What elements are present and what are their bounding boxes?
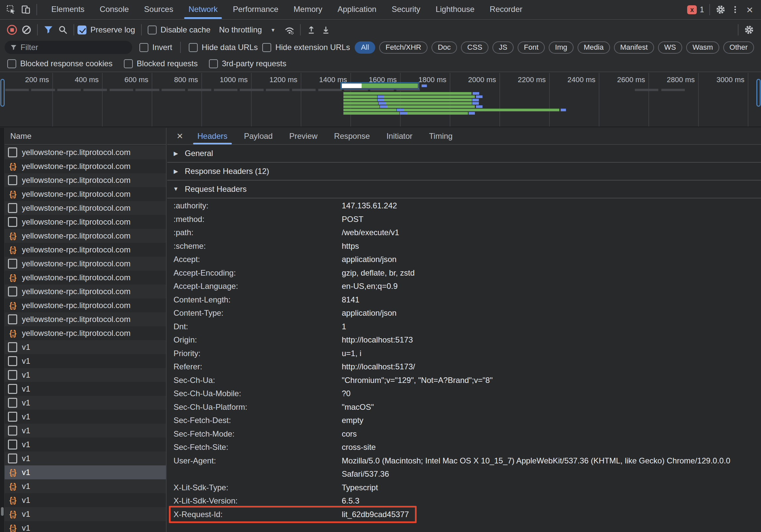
disable-cache-checkbox[interactable] — [148, 26, 157, 34]
device-toolbar-icon[interactable] — [19, 2, 33, 17]
blocked-requests-option[interactable]: Blocked requests — [124, 59, 198, 68]
request-row[interactable]: v1 — [5, 521, 166, 532]
request-row[interactable]: yellowstone-rpc.litprotocol.com — [5, 215, 166, 229]
request-row[interactable]: yellowstone-rpc.litprotocol.com — [5, 257, 166, 270]
type-filter-chip[interactable]: Fetch/XHR — [379, 41, 428, 54]
inspect-element-icon[interactable] — [4, 2, 19, 17]
request-row[interactable]: yellowstone-rpc.litprotocol.com — [5, 298, 166, 312]
clear-network-log-icon[interactable] — [19, 23, 34, 37]
main-tab[interactable]: Performance — [225, 0, 286, 19]
settings-gear-icon[interactable] — [713, 2, 728, 17]
request-row[interactable]: v1 — [5, 340, 166, 354]
main-tab[interactable]: Sources — [137, 0, 181, 19]
request-row[interactable]: yellowstone-rpc.litprotocol.com — [5, 159, 166, 173]
close-detail-icon[interactable]: × — [171, 128, 189, 145]
type-filter-chip[interactable]: CSS — [461, 41, 489, 54]
request-row[interactable]: yellowstone-rpc.litprotocol.com — [5, 173, 166, 187]
close-devtools-icon[interactable]: × — [742, 2, 757, 17]
type-filter-chip[interactable]: Doc — [432, 41, 457, 54]
console-error-badge[interactable]: x 1 — [687, 5, 704, 14]
invert-checkbox[interactable] — [140, 43, 148, 52]
search-icon[interactable] — [56, 23, 70, 37]
detail-tab[interactable]: Timing — [421, 128, 461, 145]
main-tab[interactable]: Lighthouse — [428, 0, 482, 19]
overview-left-grip[interactable] — [0, 79, 5, 107]
detail-tab[interactable]: Initiator — [378, 128, 421, 145]
type-filter-chip[interactable]: JS — [493, 41, 514, 54]
header-value: http://localhost:5173 — [342, 333, 761, 347]
blocked-cookies-checkbox[interactable] — [7, 59, 16, 68]
main-tab[interactable]: Recorder — [482, 0, 530, 19]
overview-right-grip[interactable] — [756, 79, 761, 107]
hide-extension-urls-checkbox[interactable] — [262, 43, 271, 52]
filter-funnel-icon[interactable] — [41, 23, 56, 37]
request-row[interactable]: v1 — [5, 396, 166, 410]
request-list-scrollbar[interactable] — [0, 128, 5, 532]
request-row[interactable]: yellowstone-rpc.litprotocol.com — [5, 270, 166, 284]
type-filter-chip[interactable]: WS — [658, 41, 682, 54]
hide-extension-urls-option[interactable]: Hide extension URLs — [262, 43, 350, 52]
main-tab[interactable]: Elements — [44, 0, 92, 19]
section-response-headers[interactable]: ▶ Response Headers (12) — [167, 163, 761, 181]
name-column-header[interactable]: Name — [5, 128, 166, 145]
disable-cache-option[interactable]: Disable cache — [148, 25, 210, 34]
type-filter-chip[interactable]: Media — [577, 41, 610, 54]
type-filter-chip[interactable]: Font — [518, 41, 545, 54]
type-filter-chip[interactable]: All — [355, 41, 375, 54]
type-filter-chip[interactable]: Manifest — [614, 41, 654, 54]
request-row[interactable]: v1 — [5, 465, 166, 479]
main-tab[interactable]: Application — [330, 0, 384, 19]
preserve-log-checkbox[interactable] — [78, 26, 87, 34]
export-har-icon[interactable] — [319, 23, 333, 37]
main-tab[interactable]: Security — [384, 0, 428, 19]
network-settings-gear-icon[interactable] — [742, 23, 756, 37]
type-filter-chip[interactable]: Wasm — [686, 41, 719, 54]
request-row[interactable]: yellowstone-rpc.litprotocol.com — [5, 201, 166, 215]
request-row[interactable]: v1 — [5, 507, 166, 521]
blocked-requests-checkbox[interactable] — [124, 59, 133, 68]
detail-tab[interactable]: Preview — [281, 128, 325, 145]
type-filter-chip[interactable]: Img — [549, 41, 573, 54]
more-options-kebab-icon[interactable] — [728, 2, 742, 17]
request-row[interactable]: yellowstone-rpc.litprotocol.com — [5, 229, 166, 243]
request-row[interactable]: v1 — [5, 424, 166, 438]
main-tab[interactable]: Memory — [286, 0, 330, 19]
scrollbar-thumb[interactable] — [1, 507, 4, 516]
record-network-log-button[interactable] — [5, 23, 19, 37]
invert-option[interactable]: Invert — [140, 43, 172, 52]
preserve-log-option[interactable]: Preserve log — [78, 25, 135, 34]
import-har-icon[interactable] — [304, 23, 319, 37]
request-row[interactable]: v1 — [5, 410, 166, 424]
section-request-headers[interactable]: ▼ Request Headers — [167, 181, 761, 199]
request-row[interactable]: v1 — [5, 493, 166, 507]
detail-tab[interactable]: Payload — [236, 128, 281, 145]
hide-data-urls-checkbox[interactable] — [189, 43, 198, 52]
request-row[interactable]: v1 — [5, 368, 166, 382]
blocked-requests-label: Blocked requests — [137, 59, 198, 68]
main-tab[interactable]: Network — [181, 0, 225, 19]
detail-tab[interactable]: Response — [326, 128, 378, 145]
request-row[interactable]: yellowstone-rpc.litprotocol.com — [5, 187, 166, 201]
request-row[interactable]: yellowstone-rpc.litprotocol.com — [5, 243, 166, 257]
throttling-select[interactable]: No throttling ▼ — [219, 25, 275, 34]
hide-data-urls-option[interactable]: Hide data URLs — [189, 43, 258, 52]
request-row[interactable]: v1 — [5, 451, 166, 465]
section-general[interactable]: ▶ General — [167, 145, 761, 163]
type-filter-chip[interactable]: Other — [723, 41, 754, 54]
request-row[interactable]: yellowstone-rpc.litprotocol.com — [5, 146, 166, 159]
request-row[interactable]: v1 — [5, 354, 166, 368]
detail-tab[interactable]: Headers — [189, 128, 236, 145]
network-overview-timeline[interactable]: 200 ms400 ms600 ms800 ms1000 ms1200 ms14… — [0, 73, 761, 127]
request-row[interactable]: yellowstone-rpc.litprotocol.com — [5, 284, 166, 298]
third-party-option[interactable]: 3rd-party requests — [209, 59, 286, 68]
request-row[interactable]: yellowstone-rpc.litprotocol.com — [5, 312, 166, 326]
blocked-cookies-option[interactable]: Blocked response cookies — [7, 59, 113, 68]
filter-input[interactable] — [21, 43, 126, 52]
main-tab[interactable]: Console — [92, 0, 137, 19]
network-conditions-icon[interactable] — [282, 23, 297, 37]
request-row[interactable]: v1 — [5, 382, 166, 396]
third-party-checkbox[interactable] — [209, 59, 218, 68]
request-row[interactable]: v1 — [5, 479, 166, 493]
request-row[interactable]: yellowstone-rpc.litprotocol.com — [5, 326, 166, 340]
request-row[interactable]: v1 — [5, 438, 166, 451]
